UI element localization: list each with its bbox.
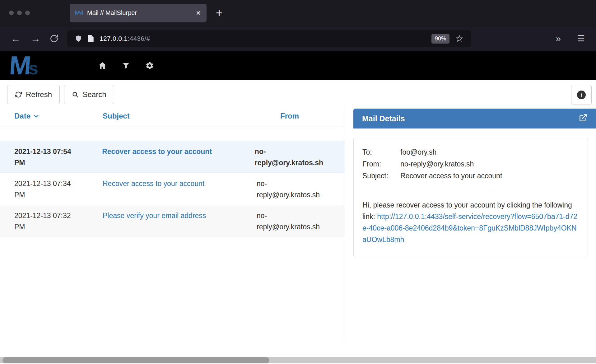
window-control-dot[interactable] <box>9 11 14 15</box>
hamburger-menu-icon[interactable]: ☰ <box>577 34 585 43</box>
table-row[interactable]: 2021-12-13 07:54 PM Recover access to yo… <box>0 141 345 173</box>
mail-subject-link[interactable]: Please verify your email address <box>103 212 206 220</box>
forward-icon[interactable]: → <box>30 34 40 44</box>
column-header-subject[interactable]: Subject <box>98 112 254 120</box>
url-host: 127.0.0.1 <box>100 35 128 42</box>
tab-title: Mail // MailSlurper <box>87 9 191 16</box>
mail-date: 2021-12-13 07:32 PM <box>0 210 98 232</box>
window-controls[interactable] <box>9 11 30 15</box>
column-header-from[interactable]: From <box>254 112 345 120</box>
mail-body: Hi, please recover access to your accoun… <box>362 199 579 245</box>
mail-list-header: Date Subject From <box>0 109 345 127</box>
subject-value: Recover access to your account <box>400 170 502 182</box>
mail-list: Date Subject From 2021-12-13 07:54 PM R <box>0 109 345 341</box>
browser-nav-bar: ← → 127.0.0.1:4436/# 90% ☆ » ☰ <box>0 26 596 51</box>
detail-subject-line: Subject: Recover access to your account <box>362 170 579 182</box>
zoom-level-badge[interactable]: 90% <box>431 34 449 44</box>
app-nav <box>98 61 154 70</box>
subject-header-label: Subject <box>103 112 130 120</box>
detail-from-line: From: no-reply@ory.kratos.sh <box>362 158 579 170</box>
info-button[interactable]: i <box>571 85 592 105</box>
browser-tab-strip: Mail // MailSlurper ✕ + <box>0 0 596 26</box>
tab-close-icon[interactable]: ✕ <box>196 9 201 17</box>
browser-tab[interactable]: Mail // MailSlurper ✕ <box>70 4 207 22</box>
page-content: Refresh Search i Date <box>0 85 596 363</box>
info-icon: i <box>577 91 586 99</box>
mail-details-title: Mail Details <box>362 114 405 123</box>
url-path: :4436/# <box>128 35 150 42</box>
search-button-label: Search <box>83 90 106 99</box>
to-label: To: <box>362 146 400 158</box>
search-button[interactable]: Search <box>64 85 114 104</box>
mailslurper-favicon <box>75 10 83 16</box>
sort-desc-icon <box>33 113 39 119</box>
home-icon[interactable] <box>98 61 107 70</box>
window-control-dot[interactable] <box>25 11 30 15</box>
horizontal-scrollbar-thumb[interactable] <box>2 357 269 363</box>
search-icon <box>72 91 79 98</box>
reload-icon[interactable] <box>50 34 58 43</box>
bookmark-star-icon[interactable]: ☆ <box>455 34 463 43</box>
url-text[interactable]: 127.0.0.1:4436/# <box>100 35 150 42</box>
horizontal-scrollbar[interactable] <box>0 357 596 363</box>
refresh-button-label: Refresh <box>26 90 52 99</box>
date-header-label: Date <box>14 112 30 120</box>
column-header-date[interactable]: Date <box>0 112 98 120</box>
mailslurper-logo: M s <box>9 54 70 77</box>
action-toolbar: Refresh Search i <box>0 85 596 105</box>
address-bar[interactable]: 127.0.0.1:4436/# 90% ☆ <box>67 30 471 47</box>
table-row[interactable]: 2021-12-13 07:32 PM Please verify your e… <box>0 205 345 237</box>
toolbar-overflow-icon[interactable]: » <box>556 34 561 43</box>
mail-subject-link[interactable]: Recover access to your account <box>103 180 204 188</box>
mail-subject-link[interactable]: Recover access to your account <box>102 147 212 156</box>
mail-details-card: To: foo@ory.sh From: no-reply@ory.kratos… <box>353 138 588 257</box>
window-control-dot[interactable] <box>17 11 22 15</box>
detail-to-line: To: foo@ory.sh <box>362 146 579 158</box>
back-icon[interactable]: ← <box>11 34 21 44</box>
mail-details-header: Mail Details <box>353 109 596 128</box>
subject-label: Subject: <box>362 170 400 182</box>
recovery-link[interactable]: http://127.0.0.1:4433/self-service/recov… <box>362 212 577 244</box>
new-tab-button[interactable]: + <box>216 7 222 19</box>
mail-date: 2021-12-13 07:34 PM <box>0 178 98 200</box>
mail-details-panel: Mail Details To: foo@ory.sh From: no-re <box>353 109 596 341</box>
refresh-button[interactable]: Refresh <box>7 85 60 104</box>
app-header: M s <box>0 51 596 80</box>
card-divider <box>362 190 497 190</box>
mail-from: no-reply@ory.kratos.sh <box>254 178 345 200</box>
from-label: From: <box>362 158 400 170</box>
gear-icon[interactable] <box>145 61 154 70</box>
page-info-icon[interactable] <box>88 35 94 42</box>
content-bottom-divider <box>0 345 596 345</box>
mail-date: 2021-12-13 07:54 PM <box>0 146 97 168</box>
main-area: Date Subject From 2021-12-13 07:54 PM R <box>0 109 596 341</box>
open-external-icon[interactable] <box>579 114 587 124</box>
from-header-label: From <box>280 112 299 120</box>
mail-from: no-reply@ory.kratos.sh <box>252 146 345 168</box>
mail-from: no-reply@ory.kratos.sh <box>254 210 345 232</box>
to-value: foo@ory.sh <box>400 146 436 158</box>
filter-icon[interactable] <box>122 62 130 70</box>
table-row[interactable]: 2021-12-13 07:34 PM Recover access to yo… <box>0 173 345 205</box>
from-value: no-reply@ory.kratos.sh <box>400 158 474 170</box>
logo-letter-m: M <box>8 54 30 77</box>
refresh-icon <box>15 91 22 98</box>
shield-icon[interactable] <box>75 35 82 43</box>
mail-rows: 2021-12-13 07:54 PM Recover access to yo… <box>0 141 345 237</box>
